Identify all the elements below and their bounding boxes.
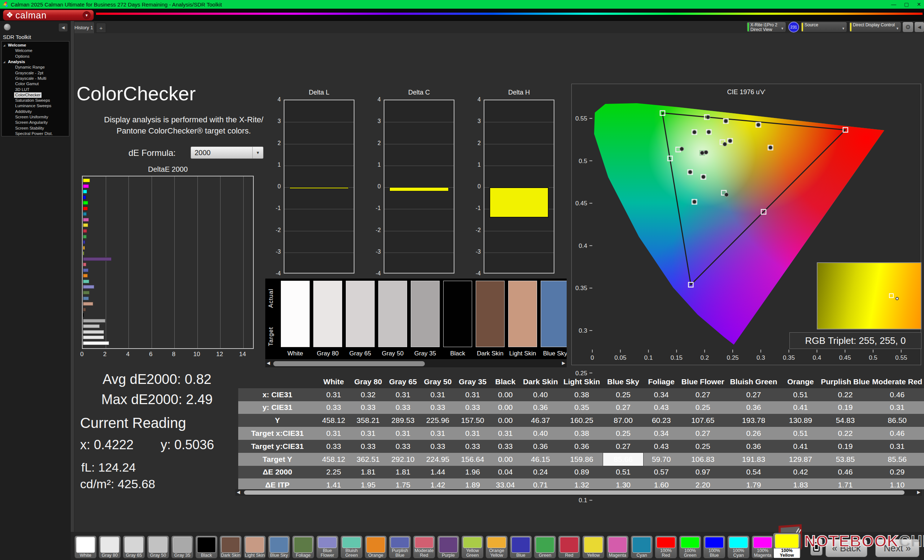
tab-history-1[interactable]: History 1 xyxy=(73,22,94,33)
table-row-label: ΔE 2000 xyxy=(238,466,316,479)
swatch-black[interactable] xyxy=(443,281,472,347)
sidebar-item-screen-angularity[interactable]: Screen Angularity xyxy=(2,120,69,125)
expander-icon[interactable]: ◢ xyxy=(3,59,7,64)
swatch-white[interactable] xyxy=(281,281,310,347)
sidebar-item-luminance-sweeps[interactable]: Luminance Sweeps xyxy=(2,103,69,109)
patch-tile-gray-80[interactable]: Gray 80 xyxy=(99,536,121,559)
next-button[interactable]: Next » xyxy=(875,539,919,557)
axis-tick-label: 0 xyxy=(76,351,88,358)
patch-tile-100-yellow[interactable]: 100% Yellow xyxy=(773,533,801,559)
patch-tile-moderate-red[interactable]: Moderate Red xyxy=(413,536,435,559)
scroll-left-icon[interactable]: ◀ xyxy=(267,361,270,365)
sidebar-item-screen-stability[interactable]: Screen Stability xyxy=(2,125,69,130)
meter-count-badge[interactable]: 231 xyxy=(788,22,799,33)
collapse-panel-button[interactable]: ◀ xyxy=(914,22,924,33)
current-reading-label: Current Reading xyxy=(80,415,186,431)
cie-1976-panel: CIE 1976 u'v' 0 0.05 0.1 0.15 0.2 0.25 xyxy=(572,84,921,365)
cie-chart-title: CIE 1976 u'v' xyxy=(572,88,921,96)
patch-label: Red xyxy=(565,553,573,558)
swatch-gray-65[interactable] xyxy=(346,281,375,347)
swatch-dark-skin[interactable] xyxy=(476,281,505,347)
sidebar-item-3d-lut[interactable]: 3D LUT xyxy=(2,87,69,92)
sidebar-item-grayscale-2pt[interactable]: Grayscale - 2pt xyxy=(2,70,69,75)
patch-tile-100-red[interactable]: 100% Red xyxy=(655,536,677,559)
patch-tile-100-blue[interactable]: 100% Blue xyxy=(703,536,726,559)
gridline xyxy=(220,177,220,348)
de-formula-select[interactable]: 2000 ▼ xyxy=(190,147,264,159)
table-cell: 0.33 xyxy=(316,401,351,414)
meter-dropdown[interactable]: X-Rite i1Pro 2 Direct View ▼ xyxy=(746,22,786,33)
sidebar-splitter[interactable] xyxy=(71,21,74,560)
maximize-icon[interactable]: ▢ xyxy=(904,1,909,7)
table-cell: 53.85 xyxy=(820,453,870,466)
patch-tile-100-green[interactable]: 100% Green xyxy=(679,536,701,559)
patch-tile-light-skin[interactable]: Light Skin xyxy=(244,536,266,559)
patch-tile-green[interactable]: Green xyxy=(534,536,556,559)
patch-tile-bluish-green[interactable]: Bluish Green xyxy=(340,536,363,559)
sidebar-item-welcome[interactable]: Welcome xyxy=(2,48,69,53)
sidebar-item-saturation-sweeps[interactable]: Saturation Sweeps xyxy=(2,98,69,103)
axis-tick-label: -3 xyxy=(270,249,281,255)
patch-tile-dark-skin[interactable]: Dark Skin xyxy=(219,536,242,559)
sidebar-item-screen-uniformity[interactable]: Screen Uniformity xyxy=(2,114,69,120)
patch-tile-purplish-blue[interactable]: Purplish Blue xyxy=(389,536,411,559)
axis-tick-label: -4 xyxy=(270,270,281,277)
table-cell: 0.43 xyxy=(643,440,679,453)
table-scrollbar[interactable]: ◀ ▶ xyxy=(236,489,922,496)
patch-tile-cyan[interactable]: Cyan xyxy=(630,536,653,559)
patch-tile-gray-50[interactable]: Gray 50 xyxy=(147,536,169,559)
scroll-right-icon[interactable]: ▶ xyxy=(917,490,920,495)
patch-tile-orange-yellow[interactable]: Orange Yellow xyxy=(486,536,508,559)
patch-tile-gray-35[interactable]: Gray 35 xyxy=(171,536,194,559)
table-cell: 458.12 xyxy=(316,453,351,466)
patch-tile-magenta[interactable]: Magenta xyxy=(606,536,629,559)
sidebar-item-grayscale-multi[interactable]: Grayscale - Multi xyxy=(2,76,69,81)
patch-tile-foliage[interactable]: Foliage xyxy=(292,536,314,559)
sidebar-item-analysis[interactable]: ◢Analysis xyxy=(2,59,69,64)
swatch-strip-scrollbar[interactable]: ◀ ▶ xyxy=(265,359,567,367)
sidebar-item-options[interactable]: Options xyxy=(2,54,69,59)
sidebar-item-dynamic-range[interactable]: Dynamic Range xyxy=(2,64,69,70)
calman-menu-button[interactable]: ❖ calman ▼ xyxy=(3,10,94,21)
swatch-light-skin[interactable] xyxy=(508,281,537,347)
workflow-options-button[interactable] xyxy=(4,24,11,31)
patch-tile-white[interactable]: White xyxy=(74,536,97,559)
scrollbar-thumb[interactable] xyxy=(244,490,904,495)
sidebar-item-spectral-power-dist-[interactable]: Spectral Power Dist. xyxy=(2,131,69,136)
patch-tile-blue[interactable]: Blue xyxy=(510,536,532,559)
add-tab-button[interactable]: + xyxy=(96,23,106,33)
swatch-gray-80[interactable] xyxy=(313,281,342,347)
collapse-sidebar-button[interactable]: ◀ xyxy=(58,23,68,32)
expander-icon[interactable]: ◢ xyxy=(3,43,7,48)
swatch-gray-50[interactable] xyxy=(378,281,407,347)
sidebar-item-colorchecker[interactable]: ColorChecker xyxy=(2,92,69,98)
display-control-dropdown[interactable]: Direct Display Control ▼ xyxy=(849,22,901,33)
settings-button[interactable]: ⚙ xyxy=(902,22,914,33)
close-icon[interactable]: ✕ xyxy=(917,1,921,7)
back-button[interactable]: « Back xyxy=(825,539,867,557)
swatch-blue-sky[interactable] xyxy=(541,281,567,347)
scrollbar-thumb[interactable] xyxy=(273,361,425,366)
scroll-left-icon[interactable]: ◀ xyxy=(237,490,240,495)
sidebar-item-additivity[interactable]: Additivity xyxy=(2,109,69,114)
patch-tile-yellow-green[interactable]: Yellow Green xyxy=(461,536,484,559)
patch-tile-100-cyan[interactable]: 100% Cyan xyxy=(727,536,750,559)
patch-tile-red[interactable]: Red xyxy=(558,536,580,559)
patch-tile-black[interactable]: Black xyxy=(195,536,218,559)
patch-tile-blue-sky[interactable]: Blue Sky xyxy=(268,536,290,559)
chevron-down-icon[interactable]: ▼ xyxy=(82,11,91,19)
source-dropdown[interactable]: Source ▼ xyxy=(801,22,847,33)
minimize-icon[interactable]: — xyxy=(891,1,896,7)
patch-tile-purple[interactable]: Purple xyxy=(437,536,459,559)
patch-tile-100-magenta[interactable]: 100% Magenta xyxy=(752,536,774,559)
swatch-gray-35[interactable] xyxy=(411,281,440,347)
patch-tile-yellow[interactable]: Yellow xyxy=(582,536,604,559)
patch-tile-orange[interactable]: Orange xyxy=(364,536,387,559)
sidebar-item-color-gamut[interactable]: Color Gamut xyxy=(2,81,69,87)
patch-tile-blue-flower[interactable]: Blue Flower xyxy=(316,536,339,559)
patch-tile-gray-65[interactable]: Gray 65 xyxy=(123,536,145,559)
table-cell: 0.19 xyxy=(820,440,870,453)
pattern-window-button[interactable] xyxy=(810,538,823,556)
scroll-right-icon[interactable]: ▶ xyxy=(562,361,565,365)
sidebar-item-welcome[interactable]: ◢Welcome xyxy=(2,43,69,48)
